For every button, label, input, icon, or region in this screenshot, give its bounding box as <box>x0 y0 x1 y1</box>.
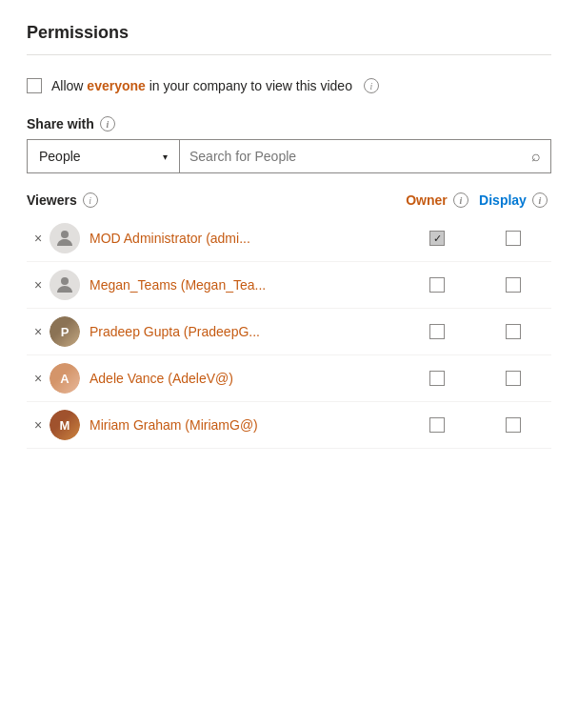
checkmark-icon: ✓ <box>433 233 442 245</box>
remove-button[interactable]: × <box>27 371 50 386</box>
remove-button[interactable]: × <box>27 324 50 339</box>
people-dropdown[interactable]: People ▾ <box>28 140 180 172</box>
allow-everyone-row: Allow everyone in your company to view t… <box>27 78 551 93</box>
viewer-name: Adele Vance (AdeleV@) <box>90 371 399 386</box>
viewers-list: × MOD Administrator (admi... ✓ × Megan_T… <box>27 215 551 449</box>
owner-cell <box>399 417 475 433</box>
display-checkbox[interactable] <box>506 277 521 293</box>
viewers-header: Viewers i Owner i Display i <box>27 192 551 208</box>
allow-everyone-info-icon[interactable]: i <box>364 78 379 93</box>
owner-checkbox[interactable] <box>429 277 445 293</box>
table-row: × M Miriam Graham (MiriamG@) <box>27 402 551 449</box>
owner-info-icon[interactable]: i <box>453 192 468 208</box>
owner-cell <box>399 371 475 386</box>
avatar <box>50 223 80 253</box>
display-info-icon[interactable]: i <box>532 192 548 208</box>
owner-checkbox[interactable] <box>429 417 445 433</box>
viewers-info-icon[interactable]: i <box>83 192 98 208</box>
display-cell <box>475 231 551 246</box>
avatar <box>50 270 80 300</box>
panel-title: Permissions <box>27 23 551 55</box>
display-checkbox[interactable] <box>506 324 521 339</box>
remove-button[interactable]: × <box>27 417 50 433</box>
share-with-section: Share with i People ▾ ⌕ <box>27 116 551 173</box>
owner-cell <box>399 277 475 293</box>
owner-cell <box>399 324 475 339</box>
avatar: M <box>50 410 80 440</box>
share-with-controls: People ▾ ⌕ <box>27 139 551 173</box>
owner-checkbox[interactable]: ✓ <box>429 231 445 246</box>
viewers-header-label: Viewers <box>27 192 77 208</box>
permissions-panel: Permissions Allow everyone in your compa… <box>0 0 578 728</box>
avatar: A <box>50 363 80 394</box>
dropdown-value: People <box>39 149 81 164</box>
avatar: P <box>50 316 80 347</box>
display-checkbox[interactable] <box>506 417 521 433</box>
share-with-label: Share with i <box>27 116 551 131</box>
allow-everyone-checkbox[interactable] <box>27 78 42 93</box>
display-cell <box>475 371 551 386</box>
allow-everyone-label: Allow everyone in your company to view t… <box>51 78 352 93</box>
display-checkbox[interactable] <box>506 231 521 246</box>
owner-checkbox[interactable] <box>429 324 445 339</box>
owner-cell: ✓ <box>399 231 475 246</box>
display-cell <box>475 277 551 293</box>
owner-header: Owner i <box>399 192 475 208</box>
viewer-name: Miriam Graham (MiriamG@) <box>90 417 399 433</box>
viewer-name: Pradeep Gupta (PradeepG... <box>90 324 399 339</box>
display-cell <box>475 324 551 339</box>
share-with-info-icon[interactable]: i <box>100 116 115 131</box>
viewer-name: Megan_Teams (Megan_Tea... <box>90 277 399 293</box>
display-checkbox[interactable] <box>506 371 521 386</box>
table-row: × P Pradeep Gupta (PradeepG... <box>27 309 551 355</box>
search-icon[interactable]: ⌕ <box>531 148 541 165</box>
search-box: ⌕ <box>180 140 550 172</box>
svg-point-0 <box>61 231 69 238</box>
viewers-section: Viewers i Owner i Display i × MOD Admini… <box>27 192 551 449</box>
display-header: Display i <box>475 192 551 208</box>
owner-checkbox[interactable] <box>429 371 445 386</box>
svg-point-1 <box>61 277 69 285</box>
table-row: × Megan_Teams (Megan_Tea... <box>27 262 551 309</box>
chevron-down-icon: ▾ <box>163 152 168 162</box>
table-row: × A Adele Vance (AdeleV@) <box>27 355 551 402</box>
search-input[interactable] <box>189 149 531 164</box>
remove-button[interactable]: × <box>27 277 50 293</box>
viewer-name: MOD Administrator (admi... <box>90 231 399 246</box>
display-cell <box>475 417 551 433</box>
viewers-header-left: Viewers i <box>27 192 399 208</box>
remove-button[interactable]: × <box>27 231 50 246</box>
table-row: × MOD Administrator (admi... ✓ <box>27 215 551 262</box>
allow-everyone-highlight: everyone <box>87 78 145 93</box>
